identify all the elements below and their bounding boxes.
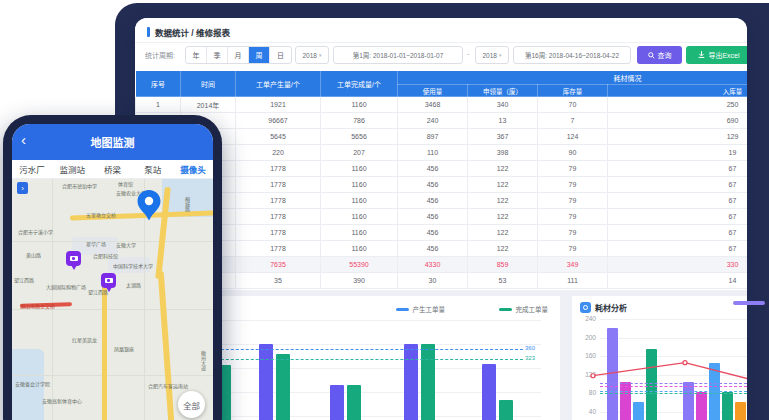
bar-group1[interactable] [620, 382, 631, 420]
table-cell: 122 [468, 193, 538, 209]
table-cell: 859 [468, 257, 538, 273]
bar-completed[interactable] [347, 385, 361, 420]
table-cell: 1160 [321, 161, 398, 177]
map-label: 红星美凯龙 [72, 337, 97, 343]
table-cell: 340 [468, 97, 538, 113]
back-icon[interactable]: ‹ [21, 132, 26, 147]
table-cell: 79 [538, 241, 608, 257]
period-option-日[interactable]: 日 [270, 47, 291, 63]
table-cell: 1778 [236, 209, 321, 225]
y-axis-tick: 80 [574, 389, 596, 396]
period-option-周[interactable]: 周 [249, 47, 270, 63]
bar-completed[interactable] [276, 354, 290, 420]
bar-completed[interactable] [499, 400, 513, 420]
phone-tab-泵站[interactable]: 泵站 [133, 160, 173, 178]
table-cell: 1778 [236, 177, 321, 193]
bar-group1[interactable] [607, 328, 618, 420]
total-row: 合计7635553904330859349330 [136, 257, 748, 273]
bar-group2[interactable] [683, 382, 694, 420]
map-road [102, 275, 107, 420]
table-cell: 330 [608, 257, 748, 273]
table-cell: 2014年 [181, 97, 236, 113]
table-row[interactable]: 177811604561227967 [136, 209, 748, 225]
table-cell: 456 [398, 241, 468, 257]
start-year-select[interactable]: 2018 ▾ [295, 46, 329, 64]
period-option-月[interactable]: 月 [228, 47, 249, 63]
table-cell: 67 [608, 193, 748, 209]
phone-tab-摄像头[interactable]: 摄像头 [173, 160, 213, 178]
range-separator: - [467, 50, 469, 57]
map-label: 合肥市宁溪小学 [18, 229, 53, 235]
period-option-年[interactable]: 年 [186, 47, 207, 63]
bar-group2[interactable] [722, 392, 733, 420]
phone-tab-bar: 污水厂监测站桥梁泵站摄像头 [12, 160, 213, 179]
table-row[interactable]: 177811604561227967 [136, 241, 748, 257]
table-cell: 1778 [236, 193, 321, 209]
table-cell: 35 [236, 273, 321, 289]
table-cell: 207 [321, 145, 398, 161]
map-label: 大剧国际购物广场 [46, 284, 86, 290]
map-all-button[interactable]: 全部 [178, 391, 205, 418]
camera-icon [70, 256, 78, 261]
phone-header: ‹ 地图监测 [12, 124, 213, 160]
bar-produced[interactable] [330, 385, 344, 420]
query-label: 查询 [658, 50, 672, 60]
table-cell: 456 [398, 177, 468, 193]
map-label: 合肥汽车客运南站 [148, 383, 188, 389]
map-street [12, 241, 213, 242]
period-option-季[interactable]: 季 [207, 47, 228, 63]
phone-tab-监测站[interactable]: 监测站 [52, 160, 92, 178]
table-row[interactable]: 177811604561227967 [136, 193, 748, 209]
table-row[interactable]: 56455656897367124129 [136, 129, 748, 145]
table-row[interactable]: 96667786240137690 [136, 113, 748, 129]
table-cell: 456 [398, 161, 468, 177]
gridline [171, 320, 541, 321]
bar-group1[interactable] [646, 349, 657, 420]
bar-group2[interactable] [735, 402, 746, 420]
table-cell: 1160 [321, 97, 398, 113]
phone-tab-桥梁[interactable]: 桥梁 [92, 160, 132, 178]
table-row[interactable]: 177811604561227967 [136, 161, 748, 177]
start-week-select[interactable]: 第1周: 2018-01-01~2018-01-07 [333, 46, 463, 64]
legend-item-completed[interactable]: 完成工单量 [499, 304, 549, 314]
table-cell: 456 [398, 193, 468, 209]
bar-produced[interactable] [404, 344, 418, 420]
table-row[interactable]: 2202071103989019 [136, 145, 748, 161]
table-row[interactable]: 177811604561227967 [136, 177, 748, 193]
end-week-select[interactable]: 第16周: 2018-04-16~2018-04-22 [513, 46, 631, 64]
phone-tab-污水厂[interactable]: 污水厂 [12, 160, 52, 178]
selected-location-pin[interactable] [136, 189, 162, 221]
table-cell: 79 [538, 161, 608, 177]
map-expand-button[interactable]: › [17, 182, 28, 194]
screenshot-root: 数据统计 / 维修报表 统计周期: 年季月周日 2018 ▾ 第1周: 2018… [0, 0, 769, 420]
bar-group1[interactable] [633, 402, 644, 420]
report-table-wrap: 序号时间工单产生量/个工单完成量/个耗材情况使用量申领量（废）库存量入库量120… [135, 70, 747, 289]
gridline [600, 375, 747, 376]
table-row[interactable]: 177811604561227967 [136, 225, 748, 241]
sub-column-header: 入库量 [608, 85, 748, 97]
bar-produced[interactable] [259, 344, 273, 420]
reference-line [600, 393, 747, 394]
map-view[interactable]: 合肥市琥珀中学体育馆安徽农业大学五里墩立交桥合肥市宁溪小学翠华广场安徽大学合肥科… [12, 179, 213, 420]
map-label: 湖山南路立交桥 [20, 303, 55, 309]
end-year-select[interactable]: 2018 ▾ [475, 46, 509, 64]
bar-completed[interactable] [421, 344, 435, 420]
bar-group2[interactable] [696, 392, 707, 420]
query-button[interactable]: 查询 [637, 46, 682, 64]
table-cell: 250 [608, 97, 748, 113]
map-street [52, 179, 53, 420]
table-cell: 1160 [321, 177, 398, 193]
reference-line [171, 349, 523, 350]
filter-bar: 统计周期: 年季月周日 2018 ▾ 第1周: 2018-01-01~2018-… [135, 46, 747, 64]
report-section: 数据统计 / 维修报表 统计周期: 年季月周日 2018 ▾ 第1周: 2018… [135, 18, 747, 290]
reference-label: 360 [525, 345, 535, 351]
legend-item-produced[interactable]: 产生工单量 [396, 304, 446, 314]
table-cell: 122 [468, 241, 538, 257]
camera-pin[interactable] [101, 273, 116, 288]
bar-produced[interactable] [482, 364, 496, 420]
gridline [600, 338, 747, 339]
camera-pin[interactable] [66, 251, 81, 266]
group-header: 耗材情况 [398, 71, 748, 85]
export-excel-button[interactable]: 导出Excel [686, 46, 747, 64]
table-row[interactable]: 12014年19211160346834070250 [136, 97, 748, 113]
